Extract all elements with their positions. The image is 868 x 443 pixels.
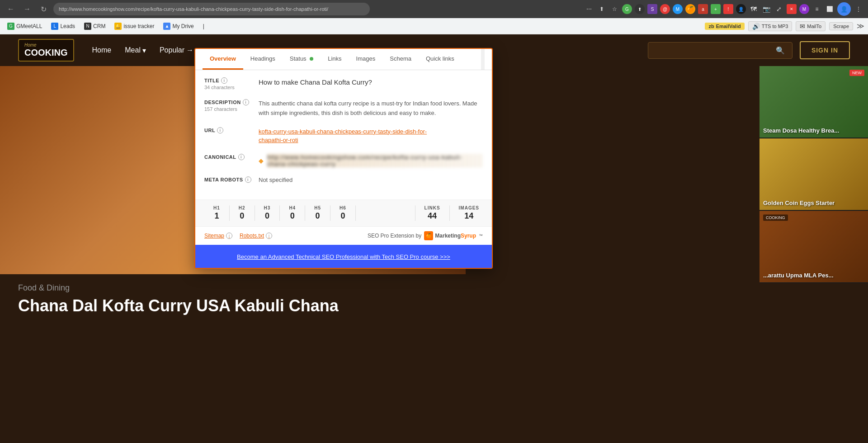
back-button[interactable]: ← [5, 3, 17, 15]
ext-icon-4[interactable]: M [673, 4, 683, 14]
title-info-icon[interactable]: i [221, 77, 227, 84]
user-avatar[interactable]: 👤 [837, 2, 851, 16]
ms-name: MarketingSyrup [435, 233, 476, 239]
bookmark-gmeetall[interactable]: G GMeetALL [4, 21, 46, 31]
menu-dots[interactable]: ⋮ [854, 4, 863, 14]
sidebar-item-1[interactable]: NEW Steam Dosa Healthy Brea... [760, 66, 868, 138]
tab-overview[interactable]: Overview [203, 49, 243, 70]
ext-icon-camera[interactable]: 📷 [761, 4, 771, 14]
tab-schema-label: Schema [390, 55, 411, 62]
desc-label: DESCRIPTION i [204, 99, 259, 105]
meta-robots-info-icon[interactable]: i [245, 176, 251, 183]
ext-icon-map[interactable]: 🗺 [749, 4, 759, 14]
more-button[interactable]: ⋯ [584, 4, 594, 14]
search-input[interactable] [656, 47, 776, 54]
title-label-col: TITLE i 34 characters [204, 77, 259, 90]
nav-meal-dropdown[interactable]: Meal ▾ [125, 46, 146, 55]
meta-robots-value: Not specified [259, 176, 483, 183]
ext-icon-s[interactable]: S [647, 4, 657, 14]
ext-icon-8[interactable]: ! [723, 4, 733, 14]
bookmark-crm-label: CRM [93, 23, 105, 29]
stat-h3-label: H3 [264, 205, 271, 210]
ext-icon-6[interactable]: a [698, 4, 708, 14]
bookmark-my-drive-label: My Drive [172, 23, 193, 29]
tab-images[interactable]: Images [349, 49, 383, 70]
browser-icons: ⋯ ⬆ ☆ G ⬆ S @ M 🍊 a + ! 👤 🗺 📷 ⤢ ✕ M ≡ ⬜ … [584, 2, 863, 16]
forward-button[interactable]: → [21, 3, 33, 15]
tab-schema[interactable]: Schema [382, 49, 419, 70]
share-icon[interactable]: ⬆ [597, 4, 607, 14]
tab-quick-links[interactable]: Quick links [419, 49, 462, 70]
ext-icon-9[interactable]: 👤 [736, 4, 746, 14]
sitemap-info-icon[interactable]: i [226, 233, 232, 239]
stat-h2-label: H2 [239, 205, 245, 210]
bookmark-crm[interactable]: N CRM [80, 21, 109, 31]
ext-icon-5[interactable]: 🍊 [685, 4, 695, 14]
stat-h5: H5 0 [305, 205, 330, 221]
ext-icon-m2[interactable]: M [799, 4, 809, 14]
title-value-col: How to make Chana Dal Kofta Curry? [259, 77, 483, 87]
tab-quick-links-label: Quick links [426, 55, 454, 62]
ext-icon-resize[interactable]: ⤢ [774, 4, 784, 14]
tab-links[interactable]: Links [321, 49, 349, 70]
refresh-button[interactable]: ↻ [37, 3, 50, 15]
my-drive-icon: ▲ [163, 23, 170, 30]
bookmark-leads[interactable]: L Leads [47, 21, 79, 31]
tab-status-label: Status [290, 55, 307, 62]
ext-icon-2[interactable]: ⬆ [635, 4, 645, 14]
stat-h4-value: 0 [289, 211, 296, 221]
sign-in-button[interactable]: SIGN IN [800, 41, 850, 59]
sidebar-tag-1: NEW [849, 70, 864, 76]
bookmark-more[interactable]: | [199, 22, 208, 31]
stat-links-value: 44 [425, 211, 440, 221]
ms-logo[interactable]: 🍊 MarketingSyrup [424, 231, 476, 240]
tab-overview-label: Overview [210, 55, 236, 62]
sidebar-label-2: Golden Coin Eggs Starter [763, 200, 835, 206]
popup-scrollbar[interactable] [481, 49, 485, 70]
robots-info-icon[interactable]: i [266, 233, 272, 239]
mailto-ext[interactable]: ✉ MailTo [796, 21, 826, 31]
ext-icon-more[interactable]: ≡ [812, 4, 822, 14]
tts-ext[interactable]: 🔊 TTS to MP3 [748, 21, 793, 31]
ext-icon-3[interactable]: @ [660, 4, 670, 14]
desc-info-icon[interactable]: i [243, 99, 249, 105]
tab-status[interactable]: Status [283, 49, 321, 70]
seo-cta-banner[interactable]: Become an Advanced Technical SEO Profess… [195, 245, 492, 268]
sidebar-item-2[interactable]: Golden Coin Eggs Starter [760, 138, 868, 211]
url-value[interactable]: kofta-curry-usa-kabuli-chana-chickpeas-c… [259, 127, 483, 145]
stat-h5-value: 0 [314, 211, 321, 221]
ext-icon-window[interactable]: ⬜ [825, 4, 835, 14]
tab-headings[interactable]: Headings [243, 49, 283, 70]
bookmark-issue-tracker[interactable]: 🔔 issue tracker [111, 21, 158, 31]
ext-overflow[interactable]: ≫ [857, 22, 864, 30]
url-label: URL i [204, 127, 259, 133]
nav-popular-dropdown[interactable]: Popular → [160, 46, 193, 54]
robots-link[interactable]: Robots.txt i [240, 233, 272, 239]
ext-icon-7[interactable]: + [711, 4, 721, 14]
site-logo[interactable]: Home COOKING [18, 39, 74, 62]
canonical-info-icon[interactable]: i [238, 154, 245, 160]
ext-icon-1[interactable]: G [622, 4, 632, 14]
meta-robots-label: META ROBOTS i [204, 176, 259, 183]
address-bar[interactable]: http://www.homecookingshow.com/recipe/ko… [53, 3, 370, 15]
seo-stats-bar: H1 1 H2 0 H3 0 H4 0 H5 0 H6 0 [195, 200, 492, 226]
desc-value-col: This authentic chana dal kofta curry rec… [259, 99, 483, 118]
scrape-ext[interactable]: Scrape [829, 22, 853, 30]
meta-robots-label-col: META ROBOTS i [204, 176, 259, 183]
canonical-blurred-text: http://www.homecookingshow.com/recipe/ko… [267, 154, 483, 167]
nav-home[interactable]: Home [92, 46, 112, 54]
ext-icon-x[interactable]: ✕ [787, 4, 797, 14]
sitemap-link[interactable]: Sitemap i [204, 233, 232, 239]
tab-links-label: Links [328, 55, 341, 62]
page-title-large: Chana Dal Kofta Curry USA Kabuli Chana [18, 296, 850, 315]
sidebar-item-3[interactable]: COOKING ...arattu Upma MLA Pes... [760, 211, 868, 283]
emailvalid-ext[interactable]: zb EmailValid [705, 23, 744, 30]
site-search-box[interactable]: 🔍 [648, 42, 793, 59]
browser-chrome: ← → ↻ http://www.homecookingshow.com/rec… [0, 0, 868, 18]
stat-h4: H4 0 [280, 205, 305, 221]
cta-link[interactable]: Become an Advanced Technical SEO Profess… [237, 253, 450, 260]
bookmark-icon[interactable]: ☆ [609, 4, 619, 14]
url-info-icon[interactable]: i [217, 127, 223, 133]
bookmark-my-drive[interactable]: ▲ My Drive [160, 21, 197, 31]
canonical-label-col: CANONICAL i [204, 154, 259, 160]
